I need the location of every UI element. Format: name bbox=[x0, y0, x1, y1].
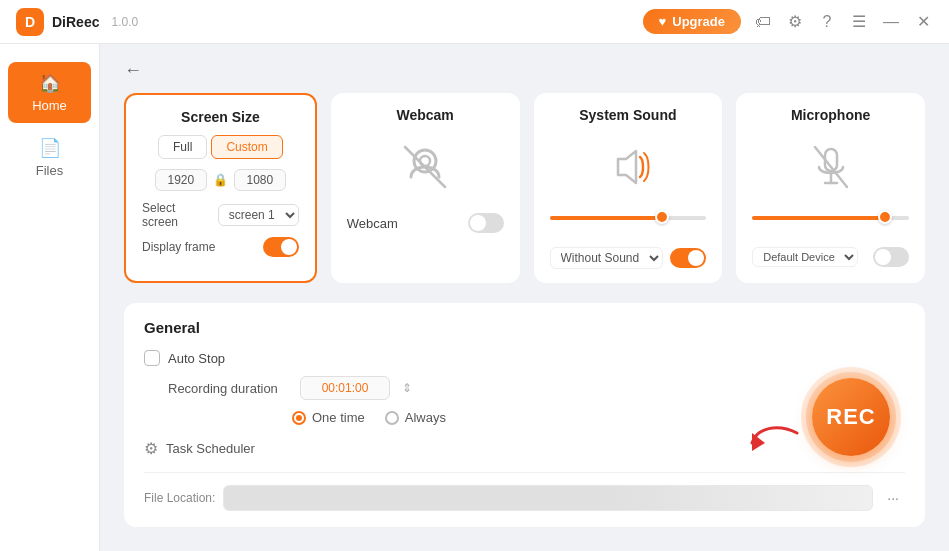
system-sound-fill bbox=[550, 216, 663, 220]
help-icon[interactable]: ? bbox=[817, 13, 837, 31]
app-name: DiReec bbox=[52, 14, 99, 30]
file-location-path bbox=[223, 485, 873, 511]
main-layout: 🏠 Home 📄 Files ← Screen Size Full Custom… bbox=[0, 44, 949, 551]
system-sound-center: Without Sound bbox=[550, 133, 707, 269]
rec-button[interactable]: REC bbox=[812, 378, 890, 456]
system-sound-bottom: Without Sound bbox=[550, 247, 707, 269]
auto-stop-row: Auto Stop bbox=[144, 350, 905, 366]
duration-arrow-icon: ⇕ bbox=[402, 381, 412, 395]
svg-line-2 bbox=[405, 147, 445, 187]
files-icon: 📄 bbox=[39, 137, 61, 159]
arrow-icon bbox=[747, 413, 807, 453]
microphone-card: Microphone bbox=[736, 93, 925, 283]
microphone-fill bbox=[752, 216, 885, 220]
cards-row: Screen Size Full Custom 🔒 Select screen … bbox=[124, 93, 925, 283]
microphone-title: Microphone bbox=[752, 107, 909, 123]
system-sound-track bbox=[550, 216, 707, 220]
webcam-card: Webcam Webcam bbox=[331, 93, 520, 283]
file-location-row: File Location: ··· bbox=[144, 472, 905, 511]
general-title: General bbox=[144, 319, 905, 336]
arrow-indicator bbox=[747, 413, 807, 457]
system-sound-icon bbox=[600, 139, 656, 195]
home-icon: 🏠 bbox=[39, 72, 61, 94]
content-area: ← Screen Size Full Custom 🔒 Select scree… bbox=[100, 44, 949, 551]
file-location-more-btn[interactable]: ··· bbox=[881, 488, 905, 508]
titlebar: D DiReec 1.0.0 ♥ Upgrade 🏷 ⚙ ? ☰ — ✕ bbox=[0, 0, 949, 44]
webcam-bottom-row: Webcam bbox=[347, 213, 504, 233]
rec-inner-ring: REC bbox=[806, 372, 896, 462]
select-screen-row: Select screen screen 1 bbox=[142, 201, 299, 229]
system-sound-title: System Sound bbox=[550, 107, 707, 123]
microphone-icon bbox=[803, 139, 859, 195]
titlebar-actions: ♥ Upgrade 🏷 ⚙ ? ☰ — ✕ bbox=[643, 9, 933, 34]
select-screen-label: Select screen bbox=[142, 201, 212, 229]
mic-icon-wrap bbox=[801, 137, 861, 197]
webcam-center: Webcam bbox=[347, 133, 504, 233]
webcam-icon-wrap bbox=[395, 137, 455, 197]
close-icon[interactable]: ✕ bbox=[913, 12, 933, 31]
webcam-toggle[interactable] bbox=[468, 213, 504, 233]
default-device-select[interactable]: Default Device bbox=[752, 247, 858, 267]
recording-duration-label: Recording duration bbox=[168, 381, 288, 396]
rec-outer-ring: REC bbox=[801, 367, 901, 467]
width-input[interactable] bbox=[155, 169, 207, 191]
microphone-center: Default Device bbox=[752, 133, 909, 267]
rec-container: REC bbox=[801, 367, 901, 467]
sidebar-item-home-label: Home bbox=[32, 98, 67, 113]
system-sound-icon-wrap bbox=[598, 137, 658, 197]
one-time-radio[interactable] bbox=[292, 411, 306, 425]
microphone-bottom: Default Device bbox=[752, 247, 909, 267]
always-radio-item[interactable]: Always bbox=[385, 410, 446, 425]
one-time-label: One time bbox=[312, 410, 365, 425]
general-section: General Auto Stop Recording duration ⇕ O… bbox=[124, 303, 925, 527]
svg-marker-3 bbox=[618, 151, 636, 183]
app-logo: D DiReec 1.0.0 bbox=[16, 8, 138, 36]
auto-stop-checkbox[interactable] bbox=[144, 350, 160, 366]
system-sound-toggle[interactable] bbox=[670, 248, 706, 268]
webcam-title: Webcam bbox=[347, 107, 504, 123]
microphone-slider-wrap[interactable] bbox=[752, 215, 909, 229]
upgrade-button[interactable]: ♥ Upgrade bbox=[643, 9, 741, 34]
screen-select[interactable]: screen 1 bbox=[218, 204, 299, 226]
sidebar-item-home[interactable]: 🏠 Home bbox=[8, 62, 91, 123]
full-btn[interactable]: Full bbox=[158, 135, 207, 159]
task-scheduler-gear-icon: ⚙ bbox=[144, 439, 158, 458]
display-frame-toggle[interactable] bbox=[263, 237, 299, 257]
size-btn-group: Full Custom bbox=[142, 135, 299, 159]
display-frame-row: Display frame bbox=[142, 237, 299, 257]
custom-btn[interactable]: Custom bbox=[211, 135, 282, 159]
system-sound-card: System Sound bbox=[534, 93, 723, 283]
upgrade-label: Upgrade bbox=[672, 14, 725, 29]
menu-icon[interactable]: ☰ bbox=[849, 12, 869, 31]
settings-icon[interactable]: ⚙ bbox=[785, 12, 805, 31]
app-version: 1.0.0 bbox=[111, 15, 138, 29]
minimize-icon[interactable]: — bbox=[881, 13, 901, 31]
lock-icon: 🔒 bbox=[213, 173, 228, 187]
display-frame-label: Display frame bbox=[142, 240, 215, 254]
always-radio[interactable] bbox=[385, 411, 399, 425]
app-icon: D bbox=[16, 8, 44, 36]
always-label: Always bbox=[405, 410, 446, 425]
webcam-label: Webcam bbox=[347, 216, 398, 231]
webcam-icon bbox=[397, 139, 453, 195]
svg-marker-8 bbox=[752, 433, 765, 451]
sidebar-item-files-label: Files bbox=[36, 163, 63, 178]
without-sound-select[interactable]: Without Sound bbox=[550, 247, 663, 269]
sidebar-item-files[interactable]: 📄 Files bbox=[8, 127, 91, 188]
file-location-label: File Location: bbox=[144, 491, 215, 505]
coupon-icon[interactable]: 🏷 bbox=[753, 13, 773, 31]
recording-duration-input[interactable] bbox=[300, 376, 390, 400]
microphone-thumb[interactable] bbox=[878, 210, 892, 224]
system-sound-thumb[interactable] bbox=[655, 210, 669, 224]
system-sound-slider-wrap[interactable] bbox=[550, 215, 707, 229]
sidebar: 🏠 Home 📄 Files bbox=[0, 44, 100, 551]
resolution-row: 🔒 bbox=[142, 169, 299, 191]
microphone-toggle[interactable] bbox=[873, 247, 909, 267]
task-scheduler-label: Task Scheduler bbox=[166, 441, 255, 456]
back-button[interactable]: ← bbox=[124, 60, 148, 81]
height-input[interactable] bbox=[234, 169, 286, 191]
one-time-radio-item[interactable]: One time bbox=[292, 410, 365, 425]
duration-row: Recording duration ⇕ bbox=[144, 376, 905, 400]
screen-size-card: Screen Size Full Custom 🔒 Select screen … bbox=[124, 93, 317, 283]
screen-size-title: Screen Size bbox=[142, 109, 299, 125]
